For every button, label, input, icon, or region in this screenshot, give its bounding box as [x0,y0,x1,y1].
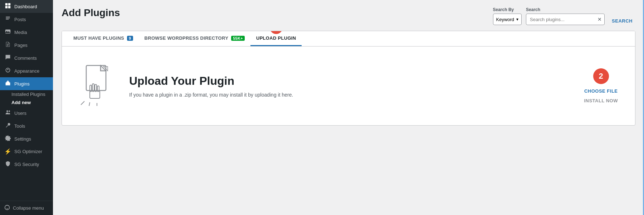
sidebar-item-appearance[interactable]: Appearance [0,64,53,77]
sidebar-item-label: Tools [14,123,25,129]
appearance-icon [4,67,11,74]
tab-badge-browse: 55K+ [231,36,245,41]
collapse-menu[interactable]: Collapse menu [0,201,53,215]
svg-line-18 [89,102,90,106]
dashboard-icon [4,3,11,10]
upload-description: If you have a plugin in a .zip format, y… [129,92,570,98]
search-input-wrap: ✕ [526,14,605,25]
tab-label: UPLOAD PLUGIN [256,35,296,41]
comments-icon [4,54,11,62]
page-header: Add Plugins Search By Keyword ▾ Search ✕ [62,7,635,25]
sidebar-item-label: Dashboard [14,4,37,9]
pages-icon [4,41,11,49]
sidebar-item-pages[interactable]: Pages [0,39,53,52]
search-by-group: Search By Keyword ▾ [493,7,522,25]
sidebar-item-label: Appearance [14,68,39,74]
sidebar-sub-installed-plugins[interactable]: Installed Plugins [0,90,53,98]
tab-browse-wordpress[interactable]: BROWSE WORDPRESS DIRECTORY 55K+ [139,31,250,46]
sidebar-item-media[interactable]: Media [0,26,53,39]
svg-line-17 [81,101,84,105]
posts-icon [4,16,11,23]
sidebar-item-label: Settings [14,136,31,142]
sidebar-item-sg-optimizer[interactable]: ⚡ SG Optimizer [0,145,53,158]
sidebar-item-users[interactable]: Users [0,107,53,119]
search-label: Search [526,7,605,12]
search-input-group: Search ✕ [526,7,605,25]
sidebar-item-tools[interactable]: Tools [0,119,53,132]
sg-optimizer-icon: ⚡ [4,148,11,155]
sidebar-item-label: SG Security [14,162,39,167]
tab-upload-plugin[interactable]: 1 UPLOAD PLUGIN [250,31,302,46]
collapse-icon [4,205,10,211]
tab-label: BROWSE WORDPRESS DIRECTORY [145,35,229,41]
search-by-value: Keyword [496,17,514,22]
tab-must-have-plugins[interactable]: MUST HAVE PLUGINS 9 [68,31,139,46]
step-1-badge: 1 [270,31,283,34]
svg-rect-0 [5,3,8,5]
chevron-down-icon: ▾ [516,17,518,22]
sidebar-item-dashboard[interactable]: Dashboard [0,0,53,13]
sidebar-item-plugins[interactable]: Plugins [0,77,53,90]
sidebar-item-label: Posts [14,17,26,22]
clear-icon[interactable]: ✕ [597,16,602,22]
install-now-button[interactable]: INSTALL NOW [584,98,618,103]
upload-icon-area [79,64,115,108]
sidebar: Dashboard Posts Media Pages Comments App… [0,0,53,215]
sidebar-item-label: Media [14,30,27,35]
tabs-bar: MUST HAVE PLUGINS 9 BROWSE WORDPRESS DIR… [62,31,635,47]
sidebar-sub-add-new[interactable]: Add new [0,98,53,107]
sidebar-item-label: SG Optimizer [14,149,42,154]
svg-rect-3 [8,6,10,8]
upload-title: Upload Your Plugin [129,74,570,88]
svg-point-7 [9,111,10,112]
tab-badge-must-have: 9 [127,36,133,41]
upload-actions: 2 CHOOSE FILE INSTALL NOW [584,68,618,103]
main-content: Add Plugins Search By Keyword ▾ Search ✕ [53,0,644,215]
sidebar-item-label: Pages [14,43,28,48]
search-by-select[interactable]: Keyword ▾ [493,14,522,25]
media-icon [4,29,11,36]
sidebar-item-settings[interactable]: Settings [0,132,53,145]
users-icon [4,109,11,117]
upload-plugin-icon [79,64,115,107]
search-area: Search By Keyword ▾ Search ✕ SEARCH [493,7,635,25]
svg-rect-1 [8,3,10,5]
svg-point-8 [7,137,9,139]
tab-label: MUST HAVE PLUGINS [73,35,124,41]
sidebar-item-label: Comments [14,55,37,61]
svg-rect-2 [5,6,8,8]
sidebar-sub-label: Installed Plugins [11,92,45,97]
tools-icon [4,122,11,130]
search-button[interactable]: SEARCH [609,17,635,25]
sidebar-item-comments[interactable]: Comments [0,52,53,64]
sidebar-item-sg-security[interactable]: SG Security [0,158,53,171]
sg-security-icon [4,161,11,168]
sidebar-sub-label: Add new [11,100,31,105]
plugins-icon [4,80,11,87]
svg-point-5 [9,30,10,31]
svg-point-6 [6,110,8,112]
collapse-label: Collapse menu [13,205,44,211]
search-input[interactable] [526,14,605,25]
choose-file-button[interactable]: CHOOSE FILE [584,88,618,94]
sidebar-item-label: Users [14,111,26,116]
upload-text-area: Upload Your Plugin If you have a plugin … [129,74,570,98]
settings-icon [4,135,11,142]
search-by-label: Search By [493,7,522,12]
page-title: Add Plugins [62,7,120,19]
step-2-badge: 2 [593,68,609,84]
tabs-container: MUST HAVE PLUGINS 9 BROWSE WORDPRESS DIR… [62,31,635,126]
sidebar-item-posts[interactable]: Posts [0,13,53,26]
sidebar-item-label: Plugins [14,81,30,87]
upload-section: Upload Your Plugin If you have a plugin … [62,47,635,125]
